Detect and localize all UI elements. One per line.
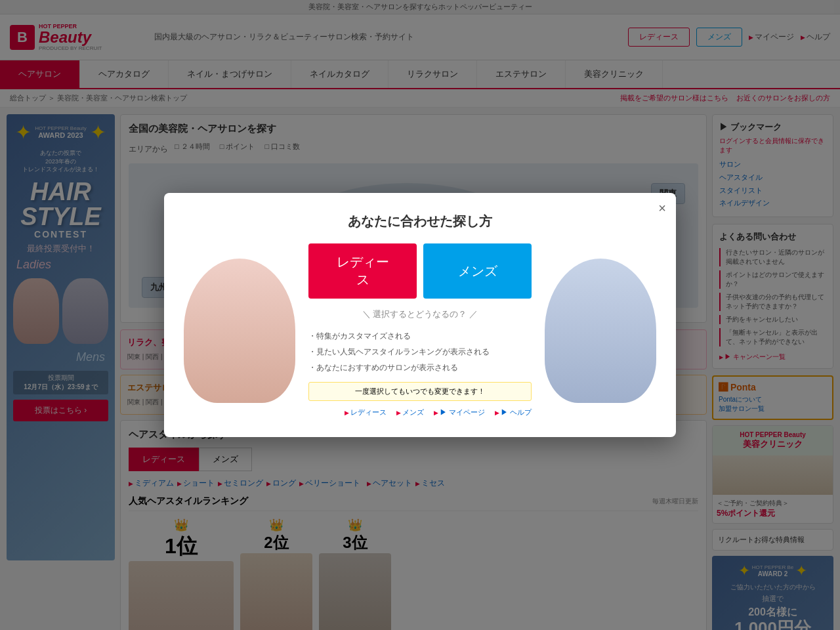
- modal-overlay[interactable]: × あなたに合わせた探し方 レディース メンズ ＼ 選択するとどうなるの？ ／ …: [0, 0, 840, 630]
- modal-person-left: [184, 259, 295, 403]
- modal-ladies-btn[interactable]: レディース: [308, 243, 417, 299]
- modal-body: レディース メンズ ＼ 選択するとどうなるの？ ／ 特集がカスタマイズされる 見…: [184, 243, 656, 417]
- modal-link-mens[interactable]: メンズ: [396, 408, 424, 417]
- modal-select-text: ＼ 選択するとどうなるの？ ／: [308, 308, 532, 320]
- modal-mens-btn[interactable]: メンズ: [423, 243, 532, 299]
- modal-person-right: [545, 259, 656, 403]
- modal-dialog: × あなたに合わせた探し方 レディース メンズ ＼ 選択するとどうなるの？ ／ …: [164, 193, 676, 437]
- modal-feature-2: 見たい人気ヘアスタイルランキングが表示される: [308, 344, 532, 360]
- modal-center: レディース メンズ ＼ 選択するとどうなるの？ ／ 特集がカスタマイズされる 見…: [308, 243, 532, 417]
- modal-buttons: レディース メンズ: [308, 243, 532, 299]
- modal-close-btn[interactable]: ×: [658, 201, 666, 216]
- modal-link-help[interactable]: ▶ ヘルプ: [495, 408, 532, 417]
- modal-link-ladies[interactable]: レディース: [345, 408, 387, 417]
- modal-link-mypage[interactable]: ▶ マイページ: [434, 408, 485, 417]
- modal-footer-links: レディース メンズ ▶ マイページ ▶ ヘルプ: [308, 408, 532, 417]
- modal-features: 特集がカスタマイズされる 見たい人気ヘアスタイルランキングが表示される あなたに…: [308, 328, 532, 375]
- modal-note: 一度選択してもいつでも変更できます！: [308, 382, 532, 401]
- modal-feature-1: 特集がカスタマイズされる: [308, 328, 532, 344]
- modal-feature-3: あなたにおすすめのサロンが表示される: [308, 360, 532, 375]
- modal-title: あなたに合わせた探し方: [184, 213, 656, 230]
